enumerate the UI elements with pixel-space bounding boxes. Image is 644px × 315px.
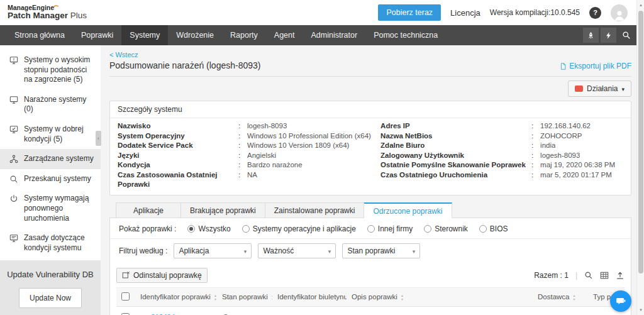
rocket-icon[interactable] [583,28,599,43]
sidebar-item-label: Narażone systemy (0) [24,95,97,114]
caret-down-icon [244,246,247,255]
back-link[interactable]: < Wstecz [109,51,260,58]
update-vulnerability-section: Update Vulnerability DB Update Now Last … [0,260,101,315]
system-details-panel: Szczegóły systemu Nazwiskologesh-8093 Sy… [109,101,631,196]
sidebar-item-health-policy[interactable]: Zasady dotyczące kondycji systemu [0,228,101,258]
radio-os-and-apps[interactable]: Systemy operacyjne i aplikacje [242,224,356,233]
scroll-down-arrow-icon[interactable] [637,306,644,314]
export-pdf-link[interactable]: Eksportuj plik PDF [560,62,631,70]
tab-installed-patches[interactable]: Zainstalowane poprawki [265,202,365,218]
build-version-label: Wersja kompilacji:10.0.545 [490,8,580,17]
sidebar-item-high-risk-systems[interactable]: Systemy o wysokim stopniu podatności na … [0,50,101,90]
detail-row: Dodatek Service PackWindows 10 Version 1… [118,141,380,151]
radio-driver[interactable]: Sterownik [424,224,468,233]
scroll-up-arrow-icon[interactable] [637,1,644,9]
application-filter-select[interactable]: Aplikacja [174,243,252,258]
nav-item-support[interactable]: Pomoc techniczna [365,25,446,45]
policy-monitor-icon [9,234,18,243]
sidebar-item-label: Zasady dotyczące kondycji systemu [24,233,97,253]
vertical-scrollbar[interactable] [636,0,644,315]
divider [575,271,577,280]
radio-icon [187,225,195,233]
radio-bios[interactable]: BIOS [479,224,508,233]
detail-row: Zalogowany Użytkowniklogesh-8093 [380,151,623,161]
tab-missing-patches[interactable]: Brakujące poprawki [181,202,265,218]
sort-icon [214,293,217,301]
detail-row: Nazwiskologesh-8093 [118,121,380,131]
app-logo[interactable]: ManageEngine Patch Manager Plus [8,4,87,21]
update-now-button[interactable]: Update Now [19,288,82,308]
select-all-checkbox[interactable] [121,292,130,301]
uninstall-icon [122,271,130,279]
detail-row: Czas Ostatniego Uruchomieniamar 5, 2020 … [380,170,623,180]
caret-down-icon [413,246,416,255]
scrollbar-thumb[interactable] [638,11,643,274]
nav-item-reports[interactable]: Raporty [222,25,266,45]
search-icon[interactable] [618,28,634,43]
tab-applications[interactable]: Aplikacje [116,202,181,218]
uninstall-patch-button[interactable]: Odinstaluj poprawkę [116,268,208,283]
main-content: < Wstecz Podsumowanie narażeń (logesh-80… [101,45,644,315]
detail-row: System OperacyjnyWindows 10 Professional… [118,131,380,141]
lightning-icon[interactable] [601,28,616,43]
monitor-check-icon [9,125,18,134]
sidebar: Systemy o wysokim stopniu podatności na … [0,45,101,315]
brand-swoosh-icon [53,3,59,8]
monitor-icon [9,96,18,104]
actions-button[interactable]: Działania [568,80,631,97]
caret-down-icon [621,84,625,93]
sidebar-item-label: Systemy o wysokim stopniu podatności na … [24,55,97,85]
column-header-description[interactable]: Opis poprawki [347,287,533,306]
sort-icon [401,293,404,301]
nav-item-patches[interactable]: Poprawki [73,25,121,45]
detail-row: Adres IP192.168.140.62 [380,121,623,131]
patch-description: MySQL Workbench CE (x64) (8.0.19) [347,306,533,315]
sidebar-item-label: Zarządzane systemy [24,154,94,164]
patch-status-filter-select[interactable]: Stan poprawki [342,243,420,258]
show-patches-label: Pokaż poprawki : [119,224,176,233]
tab-declined-patches[interactable]: Odrzucone poprawki [364,202,452,218]
sidebar-item-managed-systems[interactable]: Zarządzane systemy [0,149,101,169]
sidebar-item-reboot-required[interactable]: Systemy wymagają ponownego uruchomienia [0,189,101,228]
detail-row: JęzykiAngielski [118,151,380,161]
nav-item-admin[interactable]: Administrator [303,25,365,45]
help-icon[interactable]: ? [589,7,601,19]
row-checkbox[interactable] [121,313,130,315]
sidebar-item-scan-systems[interactable]: Przeskanuj systemy [0,169,101,189]
actions-red-icon [575,86,583,92]
radio-icon [242,225,250,233]
nav-item-home[interactable]: Strona główna [6,25,73,45]
nav-item-deployment[interactable]: Wdrożenie [168,25,222,45]
nav-item-agent[interactable]: Agent [266,25,303,45]
page-title: Podsumowanie narażeń (logesh-8093) [109,60,260,70]
license-link[interactable]: Licencja [450,8,480,18]
column-header-vendor[interactable]: Dostawca [533,287,588,306]
export-icon[interactable] [616,271,625,280]
severity-filter-select[interactable]: Ważność [258,243,336,258]
chat-support-button[interactable] [610,290,631,312]
download-now-button[interactable]: Pobierz teraz [378,4,441,21]
declined-patches-panel: Pokaż poprawki : Wszystko Systemy operac… [109,218,631,315]
nav-item-systems[interactable]: Systemy [121,25,168,45]
product-name: Patch Manager [8,11,68,20]
power-icon [9,194,18,203]
user-avatar[interactable] [611,4,628,21]
column-chooser-icon[interactable] [600,271,609,280]
patch-id-link[interactable]: 312494 [151,313,175,315]
sidebar-collapse-handle[interactable] [96,131,101,146]
radio-all[interactable]: Wszystko [187,224,230,233]
update-db-title: Update Vulnerability DB [5,270,96,279]
sort-icon [271,293,272,301]
total-count-label: Razem : 1 [534,271,569,280]
column-header-patch-id[interactable]: Identyfikator poprawki [135,287,217,306]
scan-icon [9,175,18,184]
table-search-icon[interactable] [584,271,593,280]
column-header-bulletin-id[interactable]: Identyfikator biuletynu [272,287,347,306]
column-header-patch-status[interactable]: Stan poprawki [217,287,272,306]
sidebar-item-exposed-systems[interactable]: Narażone systemy (0) [0,90,101,119]
radio-third-party[interactable]: Innej firmy [367,224,413,233]
patches-table: Identyfikator poprawki Stan poprawki Ide… [116,287,625,315]
system-details-title: Szczegóły systemu [110,101,631,118]
detail-row: Zdalne Biuroindia [380,141,623,151]
sidebar-item-healthy-systems[interactable]: Systemy w dobrej kondycji (5) [0,119,101,149]
